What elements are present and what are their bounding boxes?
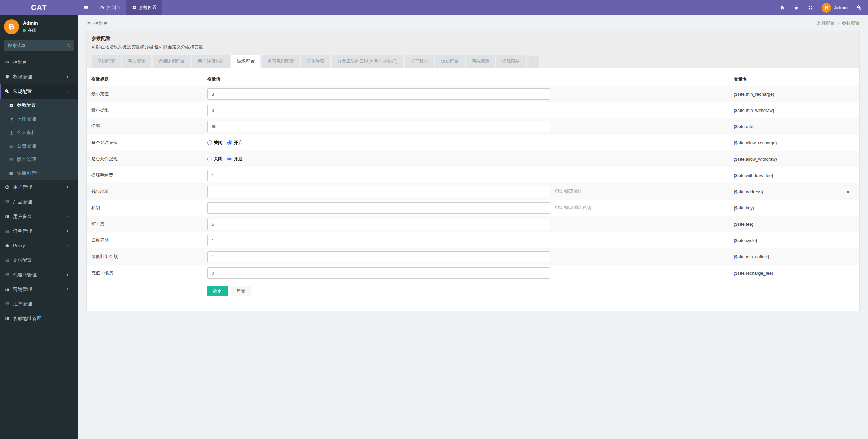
list-icon: [5, 302, 9, 306]
sidebar-item-label: 公告管理: [17, 143, 36, 149]
tab-sms-config[interactable]: 短信配置: [435, 55, 465, 68]
miner-fee-input[interactable]: [207, 219, 550, 230]
sidebar-item-profile[interactable]: 个人资料: [0, 126, 78, 139]
row-label: 私钥: [87, 205, 207, 211]
config-tabs: 基础配置 字典配置 返佣比例配置 用户注册协议 波场配置 邀请规则配置 公告弹窗…: [92, 55, 854, 68]
chevron-left-icon: [65, 287, 70, 292]
table-row: 旷工费 {$site.fee}: [87, 216, 859, 232]
table-row: 汇率 {$site.rate}: [87, 118, 859, 135]
navbar-tab-params[interactable]: 参数配置: [126, 0, 162, 15]
sidebar-item-label: 参数配置: [17, 102, 36, 108]
allow-withdraw-on-option[interactable]: 开启: [227, 156, 242, 162]
breadcrumb-parent-link[interactable]: 常规配置: [817, 20, 834, 26]
delete-variable-icon[interactable]: ×: [847, 189, 850, 194]
sidebar-item-payment-config[interactable]: 支付配置: [0, 253, 78, 267]
chevron-left-icon: [65, 214, 70, 219]
radio-off[interactable]: [207, 157, 212, 161]
navbar-right: B Admin: [775, 0, 868, 15]
recharge-fee-input[interactable]: [207, 267, 550, 279]
sidebar-item-exchange-rates[interactable]: 汇率管理: [0, 297, 78, 311]
sidebar-item-label: 订单管理: [13, 228, 32, 234]
tab-announcement-popup[interactable]: 公告弹窗: [301, 55, 330, 68]
private-key-input[interactable]: [207, 202, 550, 214]
rate-input[interactable]: [207, 121, 550, 132]
fullscreen-button[interactable]: [803, 0, 817, 15]
submit-button[interactable]: 确定: [207, 286, 228, 296]
row-label: 钱包地址: [87, 188, 207, 195]
min-withdraw-input[interactable]: [207, 105, 550, 116]
sidebar-item-label: 产品管理: [13, 199, 32, 205]
radio-on[interactable]: [227, 157, 232, 161]
user-circle-icon: [5, 185, 9, 189]
sidebar: B Admin 在线 控制台 权限管理 常规配置: [0, 15, 78, 439]
sidebar-toggle-button[interactable]: [78, 0, 94, 15]
withdraw-fee-input[interactable]: [207, 170, 550, 181]
sidebar-item-label: 用户资金: [13, 214, 32, 220]
min-recharge-input[interactable]: [207, 88, 550, 100]
table-row: 归集周期 {$site.cycle}: [87, 232, 859, 248]
online-dot-icon: [23, 29, 26, 32]
tab-invite-rules[interactable]: 邀请规则配置: [262, 55, 300, 68]
user-menu[interactable]: B Admin: [817, 3, 852, 13]
table-row: 提现手续费 {$site.withdraw_fee}: [87, 167, 859, 183]
sidebar-item-user-funds[interactable]: 用户资金: [0, 209, 78, 224]
sidebar-item-products[interactable]: 产品管理: [0, 195, 78, 209]
tab-salary-date[interactable]: 分发工资的日期(每月自动执行): [332, 55, 403, 68]
list-icon: [5, 214, 9, 219]
radio-off[interactable]: [207, 140, 212, 145]
sidebar-item-marketing[interactable]: 营销管理: [0, 282, 78, 297]
allow-withdraw-off-option[interactable]: 关闭: [207, 156, 222, 162]
sidebar-item-dashboard[interactable]: 控制台: [0, 55, 78, 69]
collect-cycle-input[interactable]: [207, 235, 550, 246]
sidebar-item-carousel[interactable]: 轮播图管理: [0, 166, 78, 180]
home-button[interactable]: [775, 0, 789, 15]
min-collect-input[interactable]: [207, 251, 550, 262]
reset-button[interactable]: 重置: [231, 286, 251, 296]
tab-site-title[interactable]: 网站标题: [466, 55, 495, 68]
list-icon: [5, 316, 9, 321]
tab-register-agreement[interactable]: 用户注册协议: [192, 55, 230, 68]
sidebar-item-general-config[interactable]: 常规配置: [0, 84, 78, 99]
menu-search-input[interactable]: [4, 40, 62, 51]
sidebar-item-announcements[interactable]: 公告管理: [0, 139, 78, 153]
clear-cache-button[interactable]: [789, 0, 803, 15]
sidebar-item-proxy[interactable]: Proxy: [0, 238, 78, 253]
sidebar-item-label: 轮播图管理: [17, 170, 41, 176]
navbar-tab-dashboard[interactable]: 控制台: [94, 0, 126, 15]
settings-button[interactable]: [852, 0, 866, 15]
variable-name: {$site.fee}: [734, 222, 753, 227]
variable-name: {$site.min_recharge}: [734, 92, 774, 97]
sidebar-item-service-address[interactable]: 客服地址管理: [0, 311, 78, 326]
sidebar-item-params-config[interactable]: 参数配置: [0, 99, 78, 112]
tab-tron-config[interactable]: 波场配置: [231, 55, 260, 68]
sidebar-item-orders[interactable]: 订单管理: [0, 224, 78, 238]
breadcrumb-dashboard-link[interactable]: 控制台: [94, 20, 108, 26]
sidebar-item-users[interactable]: 用户管理: [0, 180, 78, 195]
tab-withdraw-limit[interactable]: 提现限制: [496, 55, 526, 68]
sidebar-item-versions[interactable]: 版本管理: [0, 153, 78, 166]
tab-dictionary-config[interactable]: 字典配置: [122, 55, 151, 68]
tab-rebate-config[interactable]: 返佣比例配置: [153, 55, 191, 68]
tab-about-us[interactable]: 关于我们: [405, 55, 434, 68]
table-row: 钱包地址 归集/提现地址 {$site.address} ×: [87, 183, 859, 200]
row-label: 最小提现: [87, 107, 207, 113]
search-button[interactable]: [62, 40, 74, 51]
allow-recharge-off-option[interactable]: 关闭: [207, 140, 222, 146]
add-tab-button[interactable]: +: [527, 56, 539, 68]
config-table: 最小充值 {$site.min_recharge} 最小提现 {$site.mi…: [87, 86, 859, 281]
sidebar-item-label: 汇率管理: [13, 301, 32, 307]
sidebar-item-agents[interactable]: 代理商管理: [0, 267, 78, 282]
sidebar-item-plugins[interactable]: 插件管理: [0, 112, 78, 126]
wallet-address-input[interactable]: [207, 186, 550, 197]
row-label: 充值手续费: [87, 270, 207, 276]
allow-recharge-on-option[interactable]: 开启: [227, 140, 242, 146]
sidebar-item-permissions[interactable]: 权限管理: [0, 69, 78, 84]
page-title: 参数配置: [92, 36, 854, 42]
sidebar-item-label: 个人资料: [17, 129, 36, 136]
breadcrumb-bar: 控制台 常规配置 / 参数配置: [78, 15, 868, 31]
main-content: 控制台 常规配置 / 参数配置 参数配置 可以在此增改系统的变量和分组,也可以自…: [78, 15, 868, 439]
radio-label: 关闭: [214, 140, 222, 146]
radio-on[interactable]: [227, 140, 232, 145]
tab-basic-config[interactable]: 基础配置: [92, 55, 121, 68]
top-navbar: CAT 控制台 参数配置 B Admin: [0, 0, 868, 15]
